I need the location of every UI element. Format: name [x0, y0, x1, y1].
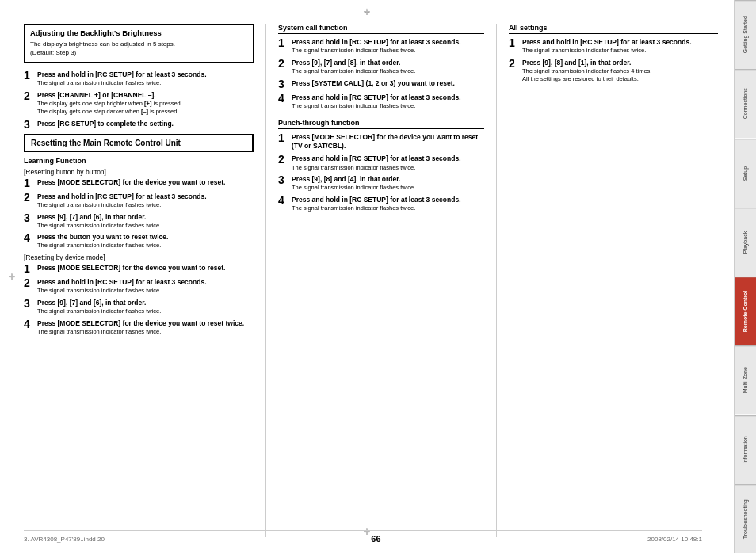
dm-step-4: 4 Press [MODE SELECTOR] for the device y…: [24, 319, 254, 336]
as-step-1: 1 Press and hold in [RC SETUP] for at le…: [509, 38, 718, 55]
sidebar-tab-information[interactable]: Information: [735, 415, 756, 484]
bbb-step-3: 3 Press [9], [7] and [6], in that order.…: [24, 213, 254, 230]
backlight-step-1: 1 Press and hold in [RC SETUP] for at le…: [24, 71, 254, 87]
dm-step-2: 2 Press and hold in [RC SETUP] for at le…: [24, 278, 254, 295]
col-divider-1: [265, 24, 266, 537]
all-settings-steps: 1 Press and hold in [RC SETUP] for at le…: [509, 38, 718, 82]
bbb-step-2: 2 Press and hold in [RC SETUP] for at le…: [24, 193, 254, 209]
sidebar-tab-troubleshooting[interactable]: Troubleshooting: [735, 484, 756, 553]
footer-right: 2008/02/14 10:48:1: [647, 536, 702, 543]
dm-step-1: 1 Press [MODE SELECTOR] for the device y…: [24, 264, 254, 274]
col-divider-2: [496, 24, 497, 537]
backlight-title: Adjusting the Backlight's Brightness: [30, 29, 247, 37]
pt-step-3: 3 Press [9], [8] and [4], in that order.…: [278, 175, 484, 192]
button-by-button-heading: [Resetting button by button]: [24, 168, 254, 176]
backlight-steps: 1 Press and hold in [RC SETUP] for at le…: [24, 71, 254, 129]
sidebar-tab-setup[interactable]: Setup: [735, 139, 756, 208]
page-number: 66: [371, 534, 380, 543]
columns-wrapper: Adjusting the Backlight's Brightness The…: [24, 24, 726, 537]
bbb-step-4: 4 Press the button you want to reset twi…: [24, 233, 254, 250]
pt-step-4: 4 Press and hold in [RC SETUP] for at le…: [278, 196, 484, 212]
device-mode-steps: 1 Press [MODE SELECTOR] for the device y…: [24, 264, 254, 335]
punch-through-steps: 1 Press [MODE SELECTOR] for the device y…: [278, 133, 484, 212]
pt-step-2: 2 Press and hold in [RC SETUP] for at le…: [278, 154, 484, 171]
system-call-steps: 1 Press and hold in [RC SETUP] for at le…: [278, 38, 484, 109]
sidebar-tab-remote-control[interactable]: Remote Control: [735, 276, 756, 345]
left-column: Adjusting the Backlight's Brightness The…: [24, 24, 254, 537]
reset-box: Resetting the Main Remote Control Unit: [24, 134, 254, 152]
crosshair-left: +: [6, 271, 17, 282]
system-call-heading: System call function: [278, 24, 484, 34]
sidebar-tab-connections[interactable]: Connections: [735, 69, 756, 138]
all-settings-heading: All settings: [509, 24, 718, 34]
sidebar-tab-getting-started[interactable]: Getting Started: [735, 0, 756, 69]
punch-through-heading: Punch-through function: [278, 119, 484, 129]
backlight-step-2: 2 Press [CHANNEL +] or [CHANNEL –]. The …: [24, 91, 254, 116]
pt-step-1: 1 Press [MODE SELECTOR] for the device y…: [278, 133, 484, 151]
main-content: + + + Adjusting the Backlight's Brightne…: [0, 0, 734, 553]
page-footer: 3. AVR4308_P47'89..indd 20 66 2008/02/14…: [24, 530, 702, 543]
learning-function-heading: Learning Function: [24, 157, 254, 165]
device-mode-heading: [Resetting by device mode]: [24, 254, 254, 261]
backlight-section: Adjusting the Backlight's Brightness The…: [24, 24, 254, 63]
middle-column: System call function 1 Press and hold in…: [278, 24, 484, 537]
bbb-step-1: 1 Press [MODE SELECTOR] for the device y…: [24, 178, 254, 189]
sc-step-4: 4 Press and hold in [RC SETUP] for at le…: [278, 93, 484, 110]
sidebar-tabs: Getting Started Connections Setup Playba…: [735, 0, 756, 553]
dm-step-3: 3 Press [9], [7] and [6], in that order.…: [24, 299, 254, 315]
sc-step-2: 2 Press [9], [7] and [8], in that order.…: [278, 59, 484, 75]
backlight-step-3: 3 Press [RC SETUP] to complete the setti…: [24, 120, 254, 130]
backlight-desc: The display's brightness can be adjusted…: [30, 40, 247, 57]
sc-step-1: 1 Press and hold in [RC SETUP] for at le…: [278, 38, 484, 55]
sidebar-tab-multi-zone[interactable]: Multi-Zone: [735, 345, 756, 414]
right-column: All settings 1 Press and hold in [RC SET…: [509, 24, 726, 537]
sidebar-tab-playback[interactable]: Playback: [735, 208, 756, 276]
sc-step-3: 3 Press [SYSTEM CALL] (1, 2 or 3) you wa…: [278, 79, 484, 90]
as-step-2: 2 Press [9], [8] and [1], in that order.…: [509, 59, 718, 83]
reset-title: Resetting the Main Remote Control Unit: [31, 139, 246, 147]
button-by-button-steps: 1 Press [MODE SELECTOR] for the device y…: [24, 178, 254, 250]
crosshair-top: +: [361, 6, 372, 17]
page-container: + + + Adjusting the Backlight's Brightne…: [0, 0, 756, 553]
sidebar: Getting Started Connections Setup Playba…: [734, 0, 756, 553]
footer-left: 3. AVR4308_P47'89..indd 20: [24, 536, 105, 543]
